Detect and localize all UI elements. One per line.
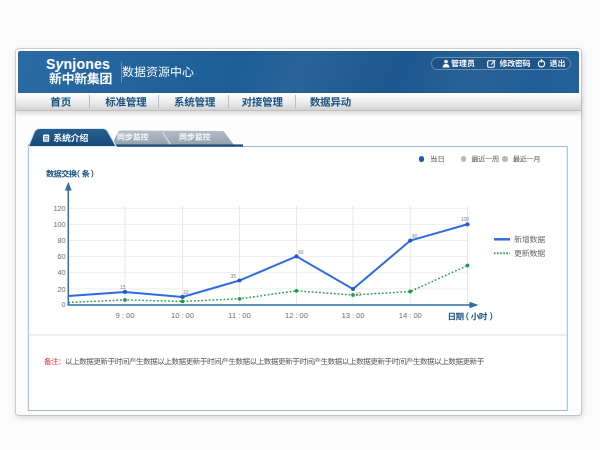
svg-text:80: 80 <box>58 236 66 245</box>
svg-text:10 : 00: 10 : 00 <box>171 311 194 320</box>
svg-text:40: 40 <box>58 268 66 277</box>
svg-text:10: 10 <box>183 290 189 295</box>
svg-text:10: 10 <box>356 292 362 297</box>
svg-text:120: 120 <box>54 204 66 213</box>
svg-text:35: 35 <box>231 274 237 279</box>
svg-text:9 : 00: 9 : 00 <box>116 311 135 320</box>
svg-text:11 : 00: 11 : 00 <box>228 311 250 320</box>
svg-text:13 : 00: 13 : 00 <box>342 311 365 320</box>
svg-text:100: 100 <box>54 220 66 229</box>
svg-text:14 : 00: 14 : 00 <box>399 311 422 320</box>
svg-text:60: 60 <box>298 250 304 255</box>
svg-text:60: 60 <box>58 252 66 261</box>
svg-text:100: 100 <box>461 217 469 222</box>
svg-text:80: 80 <box>412 234 418 239</box>
svg-text:12 : 00: 12 : 00 <box>285 311 308 320</box>
svg-text:20: 20 <box>58 285 66 294</box>
svg-text:0: 0 <box>62 300 66 309</box>
svg-text:15: 15 <box>120 285 126 290</box>
